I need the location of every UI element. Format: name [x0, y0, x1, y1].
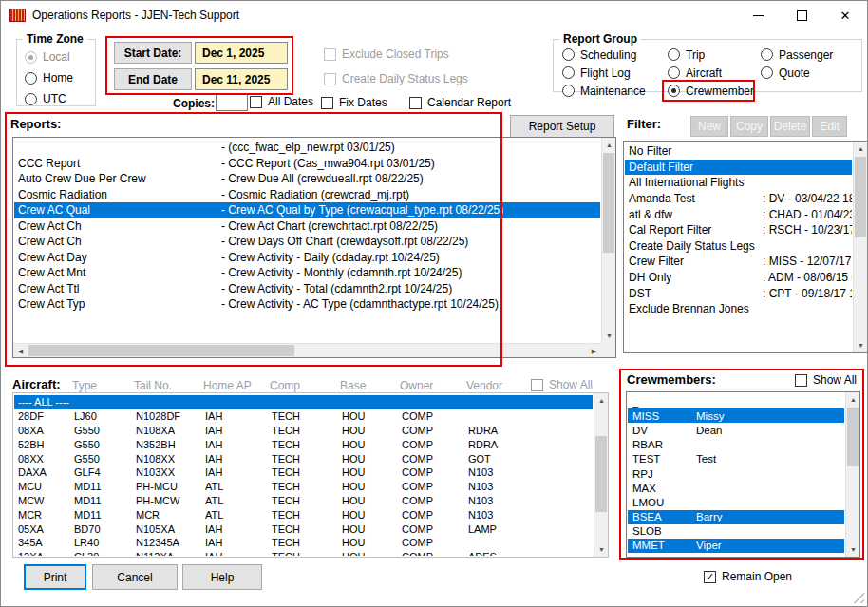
- report-row[interactable]: Crew Act Ch - Crew Act Chart (crewchrtac…: [14, 218, 600, 235]
- report-group-radio[interactable]: Passenger: [761, 48, 846, 62]
- filter-row[interactable]: DH Only : ADM - 08/06/15 0: [625, 270, 852, 286]
- crewmember-row[interactable]: MISS Missy: [628, 408, 844, 423]
- end-date-field[interactable]: Dec 11, 2025: [195, 68, 288, 90]
- scroll-up-icon[interactable]: ▲: [594, 393, 609, 408]
- aircraft-row[interactable]: 08XA G550 N108XA IAH TECH HOU COMP RDRA: [14, 424, 593, 438]
- maximize-button[interactable]: [780, 1, 823, 29]
- scrollbar-thumb[interactable]: [595, 436, 607, 512]
- report-row[interactable]: Crew Act Mnt - Crew Activity - Monthly (…: [14, 265, 600, 281]
- scroll-down-icon[interactable]: ▼: [854, 338, 868, 352]
- filter-delete-button[interactable]: Delete: [770, 116, 810, 137]
- filter-row[interactable]: Amanda Test : DV - 03/04/22 18: [625, 191, 852, 207]
- report-group-radio[interactable]: Trip: [668, 48, 761, 62]
- crewmember-row[interactable]: BSEA Barry: [628, 510, 844, 524]
- start-date-field[interactable]: Dec 1, 2025: [195, 42, 288, 64]
- crewmember-row[interactable]: TEST Test: [628, 452, 844, 466]
- aircraft-row[interactable]: 12XA CL30 N112XA IAH TECH HOU COMP ADES: [14, 550, 593, 556]
- all-dates-checkbox[interactable]: All Dates: [250, 95, 313, 108]
- filter-row[interactable]: Cal Report Filter : RSCH - 10/23/17: [625, 222, 852, 238]
- filter-new-button[interactable]: New: [690, 116, 728, 137]
- report-row[interactable]: Cosmic Radiation - Cosmic Radiation (cre…: [14, 187, 600, 203]
- crewmember-row[interactable]: RPJ: [628, 466, 844, 481]
- scroll-left-icon[interactable]: ◀: [13, 344, 28, 358]
- report-row[interactable]: Crew Act Ch - Crew Days Off Chart (crewd…: [14, 234, 600, 250]
- filter-row[interactable]: No Filter: [625, 143, 852, 160]
- scroll-up-icon[interactable]: ▲: [846, 392, 860, 407]
- report-row[interactable]: Crew Act Day - Crew Activity - Daily (cd…: [14, 250, 600, 266]
- report-group-radio[interactable]: Scheduling: [562, 48, 668, 62]
- aircraft-row[interactable]: 05XA BD70 N105XA IAH TECH HOU COMP LAMP: [14, 522, 593, 536]
- close-button[interactable]: ✕: [823, 1, 867, 29]
- end-date-button[interactable]: End Date: [114, 68, 192, 90]
- filter-row[interactable]: Default Filter: [625, 160, 852, 176]
- crew-vertical-scrollbar[interactable]: ▲ ▼: [845, 392, 859, 557]
- report-row[interactable]: Crew AC Qual - Crew AC Qual by Type (cre…: [14, 202, 600, 218]
- report-row[interactable]: Crew Act Ttl - Crew Activity - Total (cd…: [14, 281, 600, 297]
- crewmember-row[interactable]: MAX: [628, 481, 844, 495]
- aircraft-row[interactable]: 345A LR40 N12345A IAH TECH HOU COMP: [14, 536, 593, 550]
- crew-show-all-checkbox[interactable]: Show All: [795, 373, 857, 387]
- resize-grip-icon[interactable]: [853, 592, 864, 603]
- calendar-report-checkbox[interactable]: Calendar Report: [409, 96, 511, 109]
- scroll-down-icon[interactable]: ▼: [602, 329, 616, 343]
- time-zone-radio[interactable]: Local: [25, 50, 73, 64]
- filter-copy-button[interactable]: Copy: [730, 116, 768, 137]
- scroll-up-icon[interactable]: ▲: [602, 138, 616, 152]
- aircraft-row[interactable]: MCU MD11 PH-MCU ATL TECH HOU COMP N103: [14, 480, 593, 494]
- report-group-radio[interactable]: Maintenance: [562, 85, 668, 98]
- scrollbar-thumb[interactable]: [603, 153, 614, 253]
- copies-input[interactable]: [216, 94, 248, 111]
- filter-row[interactable]: Crew Filter : MISS - 12/07/17: [625, 254, 852, 270]
- report-group-radio[interactable]: Aircraft: [668, 66, 761, 80]
- crewmember-row[interactable]: LMOU: [628, 495, 844, 509]
- scroll-right-icon[interactable]: ▶: [587, 344, 601, 358]
- title-bar[interactable]: Operations Reports - JJEN-Tech Support ✕: [1, 1, 867, 29]
- crewmember-row[interactable]: RSCH Schumacher: [628, 553, 844, 556]
- scroll-down-icon[interactable]: ▼: [594, 542, 609, 557]
- remain-open-checkbox[interactable]: Remain Open: [704, 570, 792, 583]
- aircraft-row[interactable]: 28DF LJ60 N1028DF IAH TECH HOU COMP: [14, 409, 593, 424]
- aircraft-row[interactable]: MCW MD11 PH-MCW ATL TECH HOU COMP N103: [14, 494, 593, 508]
- time-zone-radio[interactable]: Home: [25, 71, 73, 85]
- scroll-up-icon[interactable]: ▲: [854, 142, 868, 156]
- print-button[interactable]: Print: [24, 564, 86, 590]
- aircraft-row[interactable]: DAXA GLF4 N103XX IAH TECH HOU COMP N103: [14, 465, 593, 480]
- crewmember-row[interactable]: _: [628, 394, 844, 408]
- report-group-radio[interactable]: Crewmember: [668, 85, 761, 98]
- fix-dates-checkbox[interactable]: Fix Dates: [321, 96, 387, 109]
- crewmember-row[interactable]: DV Dean: [628, 423, 844, 437]
- filter-row[interactable]: DST : CPT - 09/18/17 1: [625, 285, 852, 301]
- aircraft-row[interactable]: 52BH G550 N352BH IAH TECH HOU COMP RDRA: [14, 437, 593, 451]
- crewmember-row[interactable]: RBAR: [628, 438, 844, 452]
- aircraft-show-all-checkbox[interactable]: Show All: [531, 378, 593, 391]
- report-row[interactable]: CCC Report - CCC Report (Cas_mwa904.rpt …: [14, 156, 600, 172]
- crewmember-row[interactable]: MMET Viper: [628, 539, 844, 553]
- filter-row[interactable]: Exclude Brennan Jones: [625, 301, 852, 317]
- report-group-radio[interactable]: Quote: [761, 66, 846, 80]
- scrollbar-thumb[interactable]: [847, 408, 859, 466]
- scroll-down-icon[interactable]: ▼: [846, 542, 860, 557]
- reports-horizontal-scrollbar[interactable]: ◀ ▶: [13, 343, 601, 357]
- aircraft-vertical-scrollbar[interactable]: ▲ ▼: [594, 393, 608, 557]
- crewmember-row[interactable]: SLOB: [628, 524, 844, 539]
- report-row[interactable]: Auto Crew Due Per Crew - Crew Due All (c…: [14, 171, 600, 187]
- start-date-button[interactable]: Start Date:: [114, 42, 192, 64]
- minimize-button[interactable]: [736, 1, 780, 29]
- report-row[interactable]: Crew Act Typ - Crew Activity - AC Type (…: [14, 296, 600, 313]
- help-button[interactable]: Help: [182, 564, 262, 590]
- scrollbar-thumb[interactable]: [855, 157, 866, 237]
- report-row[interactable]: - (ccc_fwac_elp_new.rpt 03/01/25): [14, 140, 600, 156]
- filter-vertical-scrollbar[interactable]: ▲ ▼: [853, 142, 867, 352]
- report-group-radio[interactable]: Flight Log: [562, 66, 668, 80]
- filter-row[interactable]: atl & dfw : CHAD - 01/04/23: [625, 206, 852, 222]
- time-zone-radio[interactable]: UTC: [25, 92, 73, 105]
- scrollbar-thumb[interactable]: [28, 345, 294, 356]
- aircraft-row[interactable]: 08XX G550 N108XX IAH TECH HOU COMP GOT: [14, 451, 593, 465]
- cancel-button[interactable]: Cancel: [92, 564, 178, 590]
- report-setup-button[interactable]: Report Setup: [510, 115, 614, 138]
- filter-row[interactable]: All International Flights: [625, 175, 852, 191]
- aircraft-row[interactable]: MCR MD11 MCR ATL TECH HOU COMP N103: [14, 507, 593, 522]
- aircraft-row[interactable]: ---- ALL ----: [14, 395, 593, 409]
- filter-row[interactable]: Create Daily Status Legs: [625, 238, 852, 255]
- reports-vertical-scrollbar[interactable]: ▲ ▼: [601, 138, 615, 343]
